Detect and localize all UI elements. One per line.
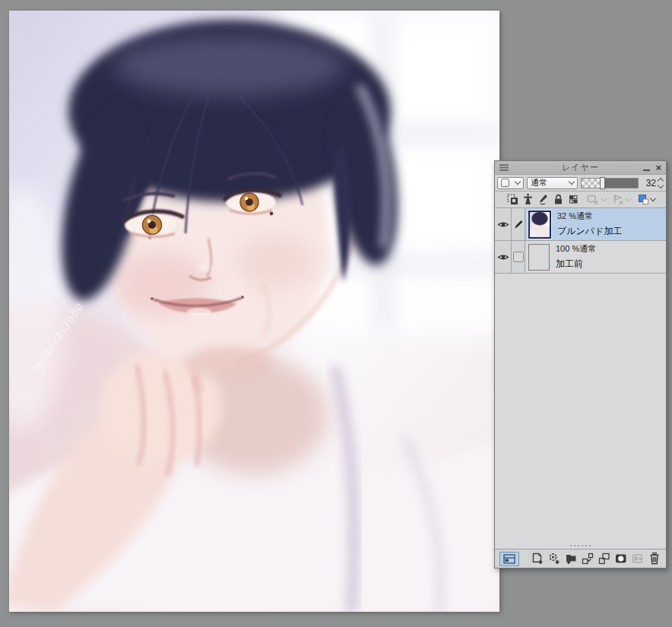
transfer-to-below-button[interactable] — [581, 552, 594, 565]
artwork-canvas[interactable]: *nozochi3000 — [9, 11, 499, 612]
layer-command-bar — [495, 192, 666, 208]
new-layer-settings-icon — [547, 552, 561, 565]
layer-visibility-toggle[interactable] — [495, 208, 512, 240]
selection-source-dropdown[interactable] — [611, 193, 631, 206]
panel-title: レイヤー — [495, 162, 666, 173]
eye-icon — [497, 253, 509, 261]
pencil-icon — [513, 219, 524, 230]
layer-edit-indicator[interactable] — [512, 208, 525, 240]
layer-status: 32 %通常 — [557, 211, 622, 222]
reference-layer-button[interactable] — [521, 193, 534, 206]
layer-name: 加工前 — [556, 258, 596, 271]
draft-layer-icon — [537, 193, 550, 206]
merge-to-below-icon — [598, 552, 611, 565]
spin-down-icon[interactable] — [658, 182, 664, 188]
apply-mask-icon — [631, 552, 645, 565]
opacity-slider-handle[interactable] — [600, 177, 605, 189]
eye-icon — [497, 220, 509, 229]
minimize-icon[interactable] — [643, 164, 650, 172]
layer-thumbnail[interactable] — [528, 211, 551, 239]
close-icon[interactable]: × — [655, 164, 661, 172]
new-raster-layer-button[interactable] — [531, 552, 544, 565]
merge-to-below-button[interactable] — [598, 552, 611, 565]
lock-transparent-pixels-icon — [567, 193, 580, 206]
chevron-down-icon — [515, 179, 521, 185]
layer-list: 32 %通常 プルンパド加工 — [495, 208, 666, 543]
new-folder-button[interactable] — [564, 552, 578, 565]
palette-layout-icon — [503, 554, 515, 564]
panel-titlebar: レイヤー × — [495, 161, 666, 175]
new-layer-settings-button[interactable] — [547, 552, 561, 565]
trash-icon — [648, 552, 661, 565]
layer-thumbnail[interactable] — [528, 244, 550, 271]
opacity-spinbox[interactable]: 32 — [646, 178, 664, 188]
spinner-arrows[interactable] — [658, 179, 663, 188]
layer-entry[interactable]: 100 %通常 加工前 — [525, 241, 666, 273]
layer-bottom-toolbar — [495, 549, 666, 568]
lock-layer-icon — [552, 193, 565, 206]
opacity-slider[interactable] — [581, 178, 639, 188]
reference-layer-icon — [521, 193, 534, 206]
layer-checkbox[interactable] — [513, 252, 524, 262]
layer-visibility-toggle[interactable] — [495, 241, 512, 273]
blend-mode-dropdown[interactable]: 通常 — [527, 177, 578, 189]
clip-to-layer-below-icon — [506, 193, 519, 206]
selection-source-icon — [611, 193, 626, 206]
delete-layer-button[interactable] — [648, 552, 661, 565]
app-window: *nozochi3000 レイヤー × 通常 — [0, 0, 672, 627]
mole — [270, 212, 274, 216]
chevron-down-icon — [650, 195, 656, 201]
ruler-range-icon — [586, 193, 601, 206]
new-folder-icon — [564, 552, 578, 565]
ruler-range-dropdown[interactable] — [586, 193, 606, 206]
layer-shape-icon — [501, 179, 509, 187]
layer-controls-row: 通常 32 — [495, 175, 666, 192]
palette-layout-button[interactable] — [499, 552, 519, 566]
draft-layer-button[interactable] — [537, 193, 550, 206]
layer-status: 100 %通常 — [556, 243, 596, 255]
opacity-checker-track — [582, 179, 602, 188]
layer-checkbox-cell[interactable] — [512, 241, 525, 273]
panel-resize-handle[interactable] — [495, 543, 666, 549]
blend-mode-value: 通常 — [531, 177, 547, 188]
palette-color-icon — [637, 193, 650, 206]
transfer-to-below-icon — [581, 552, 594, 565]
layers-panel: レイヤー × 通常 32 — [494, 160, 667, 568]
chevron-down-icon — [601, 195, 607, 201]
create-layer-mask-icon — [614, 552, 628, 565]
new-raster-layer-icon — [531, 552, 544, 565]
layer-name: プルンパド加工 — [557, 225, 622, 238]
layer-entry[interactable]: 32 %通常 プルンパド加工 — [525, 208, 666, 240]
lock-transparent-pixels-button[interactable] — [567, 193, 580, 206]
layer-type-dropdown[interactable] — [497, 177, 524, 189]
apply-mask-button[interactable] — [631, 552, 645, 565]
portrait-illustration: *nozochi3000 — [9, 11, 499, 612]
layer-row[interactable]: 100 %通常 加工前 — [495, 241, 666, 274]
opacity-value: 32 — [646, 178, 656, 188]
palette-color-dropdown[interactable] — [637, 193, 655, 206]
clip-to-layer-below-button[interactable] — [506, 193, 519, 206]
create-layer-mask-button[interactable] — [614, 552, 628, 565]
chevron-down-icon — [626, 195, 632, 201]
chevron-down-icon — [569, 179, 575, 185]
layer-row[interactable]: 32 %通常 プルンパド加工 — [495, 208, 666, 241]
lock-layer-button[interactable] — [552, 193, 565, 206]
